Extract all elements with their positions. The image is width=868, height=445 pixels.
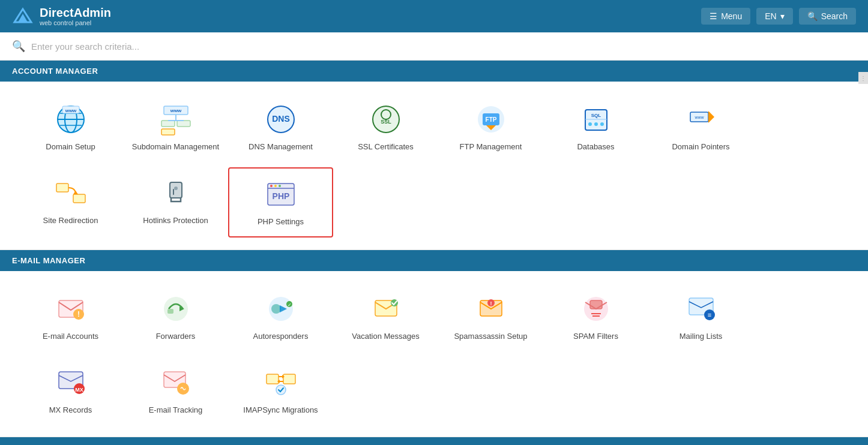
svg-rect-75 bbox=[283, 374, 295, 384]
logo-area: DirectAdmin web control panel bbox=[12, 5, 701, 27]
imapsync-icon bbox=[264, 366, 298, 399]
hotlinks-icon bbox=[159, 176, 193, 210]
items-grid-account-manager: www Domain Setup www Subdomain Managemen… bbox=[18, 94, 850, 237]
svg-text:www: www bbox=[169, 108, 181, 113]
item-vacation-messages[interactable]: Vacation Messages bbox=[333, 283, 438, 351]
item-label-dns-management: DNS Management bbox=[249, 142, 313, 152]
main-content: ACCOUNT MANAGER www Domain Setup www Sub… bbox=[0, 61, 868, 445]
svg-rect-14 bbox=[177, 121, 190, 127]
item-label-php-settings: PHP Settings bbox=[258, 217, 304, 227]
items-grid-email-manager: ! E-mail Accounts Forwarders ✓ Autorespo… bbox=[18, 283, 850, 425]
item-forwarders[interactable]: Forwarders bbox=[123, 283, 228, 351]
item-label-databases: Databases bbox=[577, 142, 614, 152]
item-label-spam-filters: SPAM Filters bbox=[573, 332, 618, 342]
item-label-ssl-certificates: SSL Certificates bbox=[358, 142, 414, 152]
menu-label: Menu bbox=[721, 11, 742, 21]
svg-rect-13 bbox=[161, 121, 175, 127]
item-email-accounts[interactable]: ! E-mail Accounts bbox=[18, 283, 123, 351]
svg-point-44 bbox=[274, 185, 277, 187]
item-site-redirection[interactable]: Site Redirection bbox=[18, 167, 123, 237]
item-spamassassin-setup[interactable]: ! Spamassassin Setup bbox=[438, 283, 543, 351]
svg-rect-52 bbox=[167, 309, 173, 314]
svg-text:DNS: DNS bbox=[272, 114, 290, 124]
item-mx-records[interactable]: MX MX Records bbox=[18, 357, 123, 425]
item-domain-pointers[interactable]: www Domain Pointers bbox=[648, 94, 753, 161]
svg-text:SSL: SSL bbox=[381, 119, 391, 125]
search-input[interactable] bbox=[31, 41, 856, 52]
svg-rect-74 bbox=[267, 374, 279, 384]
autoresponders-icon: ✓ bbox=[264, 292, 298, 326]
email-accounts-icon: ! bbox=[54, 292, 88, 326]
item-label-email-accounts: E-mail Accounts bbox=[43, 332, 98, 342]
dns-icon: DNS bbox=[264, 103, 298, 136]
app-header: DirectAdmin web control panel ☰ Menu EN … bbox=[0, 0, 868, 32]
item-hotlinks-protection[interactable]: Hotlinks Protection bbox=[123, 167, 228, 237]
item-dns-management[interactable]: DNS DNS Management bbox=[228, 94, 333, 161]
logo-text: DirectAdmin web control panel bbox=[40, 6, 111, 26]
item-ssl-certificates[interactable]: SSL SSL Certificates bbox=[333, 94, 438, 161]
item-subdomain-management[interactable]: www Subdomain Management bbox=[123, 94, 228, 161]
section-header-email-manager: E-MAIL MANAGER bbox=[0, 250, 868, 271]
item-domain-setup[interactable]: www Domain Setup bbox=[18, 94, 123, 161]
section-header-advanced-features: ADVANCED FEATURES bbox=[0, 437, 868, 445]
svg-point-45 bbox=[279, 185, 281, 187]
email-tracking-icon bbox=[159, 366, 193, 399]
forwarders-icon bbox=[159, 292, 193, 326]
item-imapsync-migrations[interactable]: IMAPSync Migrations bbox=[228, 357, 333, 425]
svg-text:!: ! bbox=[77, 310, 80, 318]
resize-handle[interactable]: ⋮ bbox=[858, 72, 868, 84]
chevron-down-icon: ▾ bbox=[780, 11, 785, 21]
svg-point-54 bbox=[271, 304, 281, 314]
spam-filters-icon bbox=[579, 292, 613, 326]
item-databases[interactable]: SQL Databases bbox=[543, 94, 648, 161]
svg-text:www: www bbox=[64, 108, 76, 113]
item-email-tracking[interactable]: E-mail Tracking bbox=[123, 357, 228, 425]
section-advanced-features: ADVANCED FEATURES ✓ ! bbox=[0, 437, 868, 445]
menu-button[interactable]: ☰ Menu bbox=[701, 8, 750, 25]
svg-rect-37 bbox=[73, 194, 85, 203]
header-right: ☰ Menu EN ▾ 🔍 Search bbox=[701, 8, 856, 25]
svg-point-43 bbox=[270, 185, 273, 187]
global-search-bar: 🔍 bbox=[0, 32, 868, 61]
item-label-mx-records: MX Records bbox=[49, 405, 92, 416]
svg-text:FTP: FTP bbox=[485, 116, 496, 123]
item-label-imapsync-migrations: IMAPSync Migrations bbox=[243, 405, 318, 416]
svg-point-40 bbox=[174, 187, 178, 190]
svg-text:!: ! bbox=[490, 300, 492, 306]
spamassassin-icon: ! bbox=[474, 292, 508, 326]
item-label-forwarders: Forwarders bbox=[156, 332, 196, 342]
item-label-spamassassin-setup: Spamassassin Setup bbox=[454, 332, 527, 342]
svg-point-78 bbox=[276, 385, 286, 395]
svg-text:✓: ✓ bbox=[287, 302, 291, 308]
svg-rect-16 bbox=[161, 129, 175, 135]
svg-rect-63 bbox=[590, 300, 602, 309]
svg-point-32 bbox=[600, 122, 604, 126]
item-spam-filters[interactable]: SPAM Filters bbox=[543, 283, 648, 351]
item-ftp-management[interactable]: FTP FTP Management bbox=[438, 94, 543, 161]
item-php-settings[interactable]: PHP PHP Settings bbox=[228, 167, 333, 237]
item-autoresponders[interactable]: ✓ Autoresponders bbox=[228, 283, 333, 351]
mailing-lists-icon: ≡ bbox=[684, 292, 718, 326]
svg-marker-35 bbox=[708, 111, 714, 123]
svg-point-31 bbox=[594, 122, 598, 126]
svg-text:MX: MX bbox=[75, 387, 83, 393]
item-label-ftp-management: FTP Management bbox=[460, 142, 522, 152]
vacation-messages-icon bbox=[369, 292, 403, 326]
svg-rect-36 bbox=[56, 184, 68, 192]
item-label-autoresponders: Autoresponders bbox=[253, 332, 309, 342]
brand-sub: web control panel bbox=[40, 19, 111, 26]
svg-text:≡: ≡ bbox=[707, 311, 711, 318]
brand-name: DirectAdmin bbox=[40, 6, 111, 19]
item-label-domain-pointers: Domain Pointers bbox=[672, 142, 729, 152]
svg-text:SQL: SQL bbox=[591, 113, 601, 118]
item-label-hotlinks-protection: Hotlinks Protection bbox=[143, 216, 208, 226]
subdomain-icon: www bbox=[159, 103, 193, 136]
domain-icon: www bbox=[54, 103, 88, 136]
svg-text:www: www bbox=[694, 115, 704, 119]
domain-pointers-icon: www bbox=[684, 103, 718, 136]
item-mailing-lists[interactable]: ≡ Mailing Lists bbox=[648, 283, 753, 351]
language-button[interactable]: EN ▾ bbox=[756, 8, 792, 25]
item-label-vacation-messages: Vacation Messages bbox=[352, 332, 420, 342]
item-label-domain-setup: Domain Setup bbox=[46, 142, 95, 152]
search-button[interactable]: 🔍 Search bbox=[799, 8, 856, 25]
